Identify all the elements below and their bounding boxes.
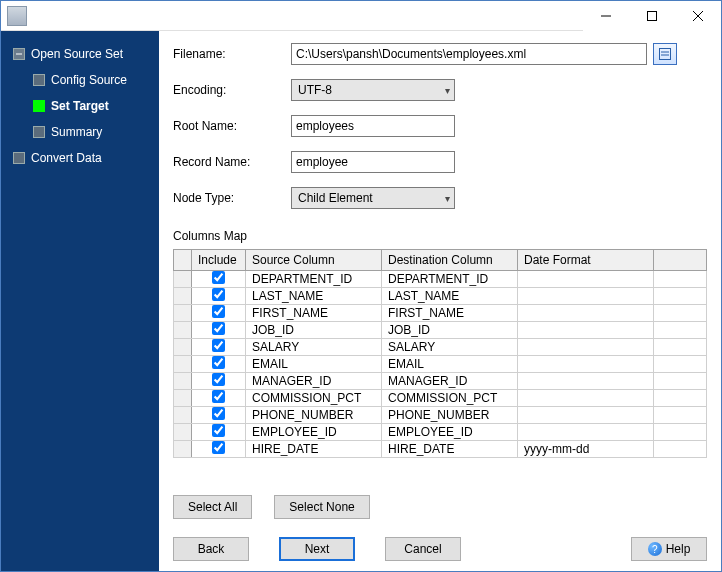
source-column-cell[interactable]: PHONE_NUMBER	[246, 407, 382, 424]
header-source[interactable]: Source Column	[246, 250, 382, 271]
include-cell[interactable]	[192, 356, 246, 373]
date-format-cell[interactable]	[518, 288, 654, 305]
source-column-cell[interactable]: MANAGER_ID	[246, 373, 382, 390]
row-header[interactable]	[174, 339, 192, 356]
row-header[interactable]	[174, 271, 192, 288]
include-cell[interactable]	[192, 441, 246, 458]
source-column-cell[interactable]: SALARY	[246, 339, 382, 356]
source-column-cell[interactable]: FIRST_NAME	[246, 305, 382, 322]
maximize-button[interactable]	[629, 1, 675, 31]
destination-column-cell[interactable]: EMAIL	[382, 356, 518, 373]
table-row[interactable]: SALARYSALARY	[174, 339, 707, 356]
table-row[interactable]: COMMISSION_PCTCOMMISSION_PCT	[174, 390, 707, 407]
sidebar-item-convert-data[interactable]: Convert Data	[1, 145, 159, 171]
header-include[interactable]: Include	[192, 250, 246, 271]
row-header[interactable]	[174, 441, 192, 458]
row-header[interactable]	[174, 407, 192, 424]
root-name-field[interactable]	[291, 115, 455, 137]
sidebar-item-config-source[interactable]: Config Source	[1, 67, 159, 93]
destination-column-cell[interactable]: SALARY	[382, 339, 518, 356]
source-column-cell[interactable]: DEPARTMENT_ID	[246, 271, 382, 288]
table-row[interactable]: HIRE_DATEHIRE_DATEyyyy-mm-dd	[174, 441, 707, 458]
record-name-field[interactable]	[291, 151, 455, 173]
next-button[interactable]: Next	[279, 537, 355, 561]
include-checkbox[interactable]	[212, 407, 225, 420]
row-header[interactable]	[174, 356, 192, 373]
include-cell[interactable]	[192, 373, 246, 390]
destination-column-cell[interactable]: JOB_ID	[382, 322, 518, 339]
date-format-cell[interactable]	[518, 339, 654, 356]
source-column-cell[interactable]: EMAIL	[246, 356, 382, 373]
table-row[interactable]: PHONE_NUMBERPHONE_NUMBER	[174, 407, 707, 424]
browse-button[interactable]	[653, 43, 677, 65]
source-column-cell[interactable]: COMMISSION_PCT	[246, 390, 382, 407]
destination-column-cell[interactable]: HIRE_DATE	[382, 441, 518, 458]
encoding-select[interactable]: UTF-8 ▾	[291, 79, 455, 101]
include-cell[interactable]	[192, 390, 246, 407]
table-row[interactable]: EMAILEMAIL	[174, 356, 707, 373]
destination-column-cell[interactable]: DEPARTMENT_ID	[382, 271, 518, 288]
include-checkbox[interactable]	[212, 390, 225, 403]
include-cell[interactable]	[192, 305, 246, 322]
row-header[interactable]	[174, 322, 192, 339]
include-cell[interactable]	[192, 339, 246, 356]
include-checkbox[interactable]	[212, 424, 225, 437]
include-checkbox[interactable]	[212, 373, 225, 386]
header-destination[interactable]: Destination Column	[382, 250, 518, 271]
table-row[interactable]: LAST_NAMELAST_NAME	[174, 288, 707, 305]
date-format-cell[interactable]	[518, 407, 654, 424]
include-cell[interactable]	[192, 424, 246, 441]
row-header[interactable]	[174, 305, 192, 322]
include-cell[interactable]	[192, 322, 246, 339]
table-row[interactable]: FIRST_NAMEFIRST_NAME	[174, 305, 707, 322]
include-checkbox[interactable]	[212, 271, 225, 284]
node-type-select[interactable]: Child Element ▾	[291, 187, 455, 209]
include-cell[interactable]	[192, 407, 246, 424]
filename-field[interactable]	[291, 43, 647, 65]
cancel-button[interactable]: Cancel	[385, 537, 461, 561]
table-row[interactable]: JOB_IDJOB_ID	[174, 322, 707, 339]
date-format-cell[interactable]	[518, 271, 654, 288]
destination-column-cell[interactable]: MANAGER_ID	[382, 373, 518, 390]
date-format-cell[interactable]	[518, 373, 654, 390]
date-format-cell[interactable]	[518, 322, 654, 339]
row-header[interactable]	[174, 424, 192, 441]
include-checkbox[interactable]	[212, 322, 225, 335]
date-format-cell[interactable]	[518, 356, 654, 373]
destination-column-cell[interactable]: COMMISSION_PCT	[382, 390, 518, 407]
sidebar-item-summary[interactable]: Summary	[1, 119, 159, 145]
source-column-cell[interactable]: JOB_ID	[246, 322, 382, 339]
date-format-cell[interactable]	[518, 390, 654, 407]
date-format-cell[interactable]	[518, 305, 654, 322]
include-checkbox[interactable]	[212, 305, 225, 318]
select-none-button[interactable]: Select None	[274, 495, 369, 519]
close-button[interactable]	[675, 1, 721, 31]
row-header[interactable]	[174, 390, 192, 407]
minimize-button[interactable]	[583, 1, 629, 31]
include-checkbox[interactable]	[212, 339, 225, 352]
destination-column-cell[interactable]: LAST_NAME	[382, 288, 518, 305]
source-column-cell[interactable]: EMPLOYEE_ID	[246, 424, 382, 441]
date-format-cell[interactable]: yyyy-mm-dd	[518, 441, 654, 458]
table-row[interactable]: EMPLOYEE_IDEMPLOYEE_ID	[174, 424, 707, 441]
destination-column-cell[interactable]: FIRST_NAME	[382, 305, 518, 322]
include-checkbox[interactable]	[212, 288, 225, 301]
row-header[interactable]	[174, 288, 192, 305]
include-cell[interactable]	[192, 271, 246, 288]
sidebar-item-set-target[interactable]: Set Target	[1, 93, 159, 119]
destination-column-cell[interactable]: EMPLOYEE_ID	[382, 424, 518, 441]
back-button[interactable]: Back	[173, 537, 249, 561]
select-all-button[interactable]: Select All	[173, 495, 252, 519]
include-cell[interactable]	[192, 288, 246, 305]
header-date-format[interactable]: Date Format	[518, 250, 654, 271]
row-header[interactable]	[174, 373, 192, 390]
destination-column-cell[interactable]: PHONE_NUMBER	[382, 407, 518, 424]
help-button[interactable]: ?Help	[631, 537, 707, 561]
table-row[interactable]: DEPARTMENT_IDDEPARTMENT_ID	[174, 271, 707, 288]
date-format-cell[interactable]	[518, 424, 654, 441]
source-column-cell[interactable]: HIRE_DATE	[246, 441, 382, 458]
table-row[interactable]: MANAGER_IDMANAGER_ID	[174, 373, 707, 390]
include-checkbox[interactable]	[212, 441, 225, 454]
source-column-cell[interactable]: LAST_NAME	[246, 288, 382, 305]
sidebar-item-open-source-set[interactable]: Open Source Set	[1, 41, 159, 67]
